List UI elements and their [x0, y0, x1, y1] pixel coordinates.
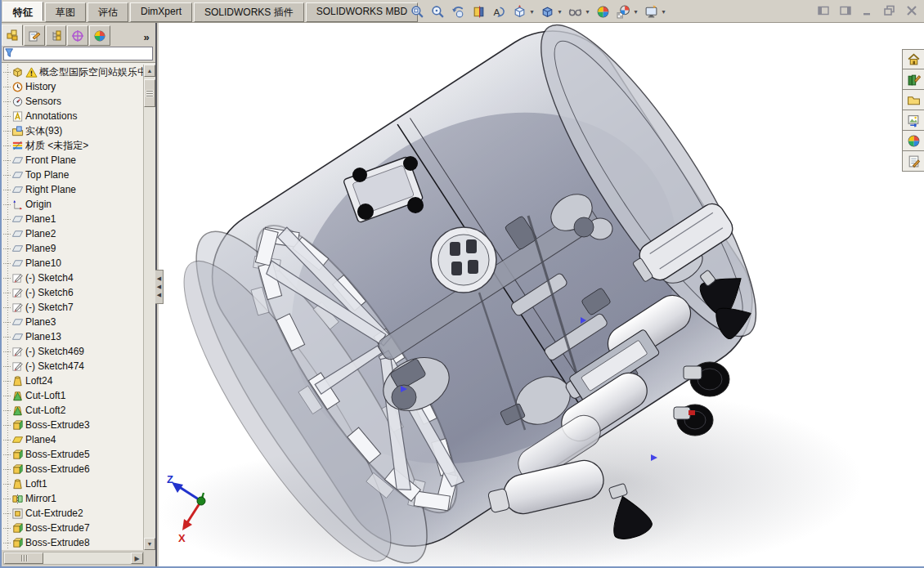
apply-scene-dropdown-arrow[interactable]: ▾: [632, 3, 639, 20]
tree-item-front-plane[interactable]: Front Plane: [2, 153, 143, 168]
tree-item-boss-extrude3[interactable]: Boss-Extrude3: [2, 418, 143, 432]
tree-item-plane2[interactable]: Plane2: [2, 226, 143, 241]
display-style-button[interactable]: [539, 3, 556, 20]
tree-item-boss-extrude8[interactable]: Boss-Extrude8: [2, 535, 143, 550]
view-orientation-dropdown-arrow[interactable]: ▾: [528, 3, 536, 20]
tree-item-history[interactable]: History: [2, 79, 143, 94]
tree-item-label: Cut-Loft1: [25, 390, 65, 401]
tree-item-right-plane[interactable]: Right Plane: [2, 182, 143, 197]
tree-item-plane9[interactable]: Plane9: [2, 241, 143, 256]
tree-item-label: History: [25, 81, 56, 92]
tree-item-cut-loft1[interactable]: Cut-Loft1: [2, 388, 143, 403]
command-tab-item-2[interactable]: 评估: [87, 2, 128, 22]
tree-item-mirror1[interactable]: Mirror1: [2, 491, 143, 506]
zoom-fit-button[interactable]: [409, 3, 426, 20]
tree-item-93[interactable]: 实体(93): [2, 123, 143, 138]
apply-scene-button[interactable]: [615, 3, 632, 20]
command-tab-solidworks[interactable]: SOLIDWORKS 插件: [194, 2, 304, 22]
featuremanager-panel-tabs: »: [2, 25, 155, 46]
view-settings-dropdown-arrow[interactable]: ▾: [660, 3, 667, 20]
minimize-button[interactable]: [860, 3, 875, 18]
tree-horizontal-scrollbar[interactable]: ▶: [3, 552, 144, 565]
dimxpert-manager-tab[interactable]: [67, 25, 88, 46]
scroll-thumb[interactable]: [144, 79, 155, 107]
tree-item-label: 材质 <未指定>: [25, 139, 88, 153]
tree-item-item-0[interactable]: 概念型国际空间站娱乐中心: [2, 65, 143, 79]
panel-splitter-handle[interactable]: ◀◀◀: [155, 270, 164, 304]
tree-item-sensors[interactable]: Sensors: [2, 94, 143, 109]
close-button[interactable]: [904, 3, 919, 18]
tree-item-label: (-) Sketch4: [25, 272, 74, 284]
task-pane-file-explorer-tab[interactable]: [902, 90, 924, 110]
restore-button[interactable]: [882, 3, 897, 18]
command-tab-dimxpert[interactable]: DimXpert: [130, 2, 192, 22]
display-style-dropdown-arrow[interactable]: ▾: [556, 3, 563, 20]
hide-show-items-button[interactable]: [567, 3, 584, 20]
hscroll-thumb[interactable]: [4, 552, 43, 564]
tree-item-boss-extrude5[interactable]: Boss-Extrude5: [2, 447, 143, 462]
feature-manager-tab[interactable]: [2, 25, 23, 46]
tree-item-sketch4[interactable]: (-) Sketch4: [2, 271, 143, 285]
tree-item-origin[interactable]: Origin: [2, 197, 143, 212]
tree-item-loft24[interactable]: Loft24: [2, 373, 143, 388]
apply-scene-icon: [617, 5, 630, 19]
pane-toggle-right-button[interactable]: [838, 3, 853, 18]
tree-item-top-plane[interactable]: Top Plane: [2, 168, 143, 182]
restore-icon: [883, 4, 896, 17]
previous-view-button[interactable]: [450, 3, 467, 20]
headsup-view-toolbar: A▾▾▾▾▾: [409, 2, 671, 21]
tree-vertical-scrollbar[interactable]: ▲ ▼: [143, 65, 155, 550]
command-tab-item-0[interactable]: 特征: [2, 2, 43, 21]
task-pane-home-tab[interactable]: [902, 49, 924, 69]
tree-item-plane1[interactable]: Plane1: [2, 212, 143, 226]
tree-item-plane3[interactable]: Plane3: [2, 315, 143, 329]
pane-toggle-left-button[interactable]: [816, 3, 831, 18]
scroll-up-button[interactable]: ▲: [144, 65, 155, 77]
property-manager-tab[interactable]: [24, 25, 45, 46]
tree-item-label: 概念型国际空间站娱乐中心: [39, 65, 143, 79]
configuration-manager-tab[interactable]: [46, 25, 67, 46]
tree-item-boss-extrude6[interactable]: Boss-Extrude6: [2, 462, 143, 476]
tree-item-sketch7[interactable]: (-) Sketch7: [2, 300, 143, 315]
plane-icon: [11, 243, 24, 255]
tree-item-sketch474[interactable]: (-) Sketch474: [2, 359, 143, 373]
command-tab-item-1[interactable]: 草图: [45, 2, 86, 22]
tree-item-cut-loft2[interactable]: Cut-Loft2: [2, 403, 143, 418]
tree-item-annotations[interactable]: Annotations: [2, 109, 143, 123]
tree-item-plane4[interactable]: Plane4: [2, 432, 143, 447]
tree-item-plane13[interactable]: Plane13: [2, 329, 143, 344]
tree-item-boss-extrude7[interactable]: Boss-Extrude7: [2, 521, 143, 535]
section-view-button[interactable]: [470, 3, 487, 20]
tree-filter-input[interactable]: [3, 47, 153, 60]
view-palette-icon: [907, 114, 921, 127]
tree-item-sketch469[interactable]: (-) Sketch469: [2, 344, 143, 359]
dimxpert-manager-icon: [71, 29, 84, 42]
edit-appearance-button[interactable]: [594, 3, 612, 20]
command-tab-solidworks-mbd[interactable]: SOLIDWORKS MBD: [306, 2, 418, 22]
3d-drawing-view-button[interactable]: A: [491, 3, 508, 20]
tree-item-cut-extrude2[interactable]: Cut-Extrude2: [2, 506, 143, 521]
tree-item-label: (-) Sketch7: [25, 302, 74, 313]
task-pane-view-palette-tab[interactable]: [902, 110, 924, 131]
hide-show-items-dropdown-arrow[interactable]: ▾: [584, 3, 591, 20]
tree-item-plane10[interactable]: Plane10: [2, 256, 143, 271]
tree-item-item-5[interactable]: 材质 <未指定>: [2, 138, 143, 153]
hscroll-right-button[interactable]: ▶: [131, 552, 143, 564]
appearances-icon: [907, 134, 921, 148]
property-manager-icon: [28, 29, 41, 42]
display-style-icon: [540, 5, 554, 19]
view-orientation-button[interactable]: [511, 3, 528, 20]
display-manager-tab[interactable]: [89, 25, 110, 46]
task-pane-custom-properties-tab[interactable]: [902, 151, 924, 172]
tree-item-loft1[interactable]: Loft1: [2, 476, 143, 491]
panel-tabs-overflow-button[interactable]: »: [137, 28, 155, 46]
scroll-down-button[interactable]: ▼: [144, 538, 155, 550]
tree-item-sketch6[interactable]: (-) Sketch6: [2, 285, 143, 300]
plane-icon: [11, 213, 24, 226]
zoom-area-button[interactable]: [429, 3, 446, 20]
view-settings-button[interactable]: [643, 3, 660, 20]
task-pane-appearances-tab[interactable]: [902, 131, 924, 151]
task-pane-design-library-tab[interactable]: [902, 69, 924, 90]
3d-model-space-station-module[interactable]: [159, 23, 924, 566]
graphics-area[interactable]: Z X: [159, 23, 924, 566]
